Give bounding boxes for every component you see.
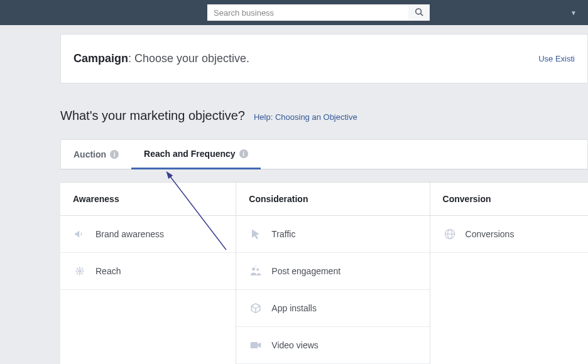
- objective-label: Reach: [95, 266, 121, 276]
- info-icon[interactable]: i: [239, 149, 248, 158]
- search-button[interactable]: [408, 4, 430, 21]
- objective-post-engagement[interactable]: Post engagement: [236, 253, 429, 290]
- objective-label: App installs: [271, 303, 317, 313]
- column-awareness: Awareness Brand awareness Reach: [60, 183, 236, 364]
- video-icon: [249, 338, 263, 352]
- megaphone-icon: [73, 227, 87, 241]
- tab-auction[interactable]: Auction i: [61, 140, 131, 169]
- objective-label: Brand awareness: [95, 229, 164, 239]
- search-input[interactable]: [207, 4, 408, 21]
- info-icon[interactable]: i: [110, 150, 119, 159]
- reach-icon: [73, 264, 87, 278]
- top-bar: ▼: [0, 0, 588, 25]
- tab-auction-label: Auction: [74, 149, 106, 159]
- objective-label: Post engagement: [271, 266, 340, 276]
- column-header-conversion: Conversion: [430, 183, 588, 216]
- globe-icon: [443, 227, 457, 241]
- search-icon: [415, 8, 423, 18]
- campaign-title: Campaign: Choose your objective.: [74, 52, 249, 65]
- objectives-grid: Awareness Brand awareness Reach Consider…: [60, 182, 588, 364]
- objective-app-installs[interactable]: App installs: [236, 290, 429, 327]
- tab-reach-frequency[interactable]: Reach and Frequency i: [131, 140, 261, 169]
- svg-rect-14: [251, 342, 258, 348]
- campaign-subtitle: : Choose your objective.: [128, 52, 249, 65]
- svg-line-10: [82, 268, 84, 270]
- svg-point-13: [255, 266, 256, 267]
- objective-label: Conversions: [466, 229, 514, 239]
- svg-line-9: [77, 273, 79, 275]
- tab-reach-frequency-label: Reach and Frequency: [144, 149, 236, 159]
- help-link[interactable]: Help: Choosing an Objective: [254, 112, 357, 122]
- objective-traffic[interactable]: Traffic: [236, 216, 429, 253]
- use-existing-link[interactable]: Use Existi: [538, 54, 575, 63]
- people-icon: [249, 264, 263, 278]
- svg-point-11: [252, 267, 255, 270]
- campaign-label: Campaign: [74, 52, 128, 65]
- column-header-awareness: Awareness: [60, 183, 236, 216]
- svg-line-1: [421, 13, 423, 16]
- svg-point-12: [257, 268, 259, 270]
- cursor-icon: [249, 227, 263, 241]
- svg-line-8: [82, 273, 84, 275]
- buying-type-tabs: Auction i Reach and Frequency i: [60, 139, 588, 169]
- account-dropdown[interactable]: ▼: [570, 9, 577, 16]
- objective-label: Traffic: [271, 229, 295, 239]
- objective-video-views[interactable]: Video views: [236, 327, 429, 364]
- objective-section: What's your marketing objective? Help: C…: [60, 109, 588, 364]
- svg-point-2: [79, 270, 80, 272]
- svg-line-7: [77, 268, 79, 270]
- section-head: What's your marketing objective? Help: C…: [60, 109, 588, 123]
- objective-brand-awareness[interactable]: Brand awareness: [60, 216, 236, 253]
- objective-reach[interactable]: Reach: [60, 253, 236, 290]
- box-icon: [249, 301, 263, 315]
- campaign-card: Campaign: Choose your objective. Use Exi…: [60, 34, 588, 83]
- objective-conversions[interactable]: Conversions: [430, 216, 588, 253]
- objective-label: Video views: [271, 340, 318, 350]
- search-container: [207, 4, 430, 21]
- section-heading: What's your marketing objective?: [60, 109, 245, 123]
- svg-point-0: [416, 8, 422, 14]
- column-header-consideration: Consideration: [236, 183, 429, 216]
- column-consideration: Consideration Traffic Post engagement Ap…: [236, 183, 430, 364]
- column-conversion: Conversion Conversions: [430, 183, 588, 364]
